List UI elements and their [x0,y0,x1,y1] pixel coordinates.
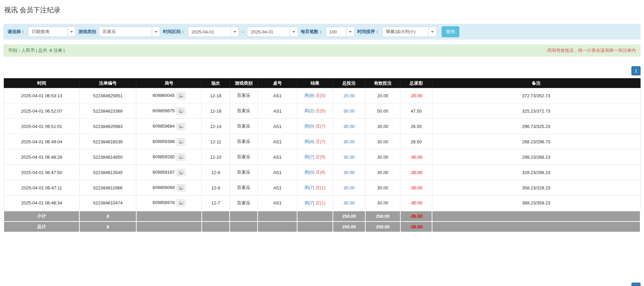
time-sort-value: 降冪(由大到小) [383,29,428,35]
header-bet-id: 注单编号 [79,78,136,88]
bet-id: 522384613545 [79,165,136,180]
video-replay-icon [179,186,183,190]
subtotal-total-bet: 250.00 [333,211,365,221]
total-bet-cell: 30.00 [333,196,365,211]
game-type: 百家乐 [230,196,258,211]
video-replay-button[interactable] [177,108,185,115]
game-type-label: 游戏类别 [78,29,96,35]
valid-bet: 50.00 [365,103,400,119]
header-note: 备注 [432,78,640,88]
chevron-down-icon[interactable] [290,27,298,37]
page-button-1[interactable]: 1 [631,66,641,75]
payout: -30.00 [400,196,432,211]
query-type-select[interactable]: 日期查询 [28,27,76,37]
search-button[interactable]: 查询 [442,26,459,37]
result-player: 闲(7) [305,185,315,190]
video-replay-icon [179,109,183,113]
video-replay-icon [179,201,183,205]
video-replay-button[interactable] [177,154,185,161]
round-id: 609859684 [153,123,175,128]
subtotal-label: 小计 [4,211,79,221]
total-bet-link[interactable]: 30.00 [343,139,355,144]
total-bet-link[interactable]: 30.00 [343,200,355,205]
video-replay-button[interactable] [177,123,185,130]
header-session: 场次 [202,78,230,88]
header-payout: 总派彩 [400,78,432,88]
page-size-select[interactable]: 100 [326,27,355,37]
table-number: AS1 [258,119,297,134]
valid-bet: 20.00 [365,88,400,103]
chevron-down-icon[interactable] [428,27,436,37]
valid-bet: 30.00 [365,149,400,165]
total-bet-link[interactable]: 30.00 [343,155,355,160]
total-bet-link[interactable]: 30.00 [343,170,355,175]
total-bet-cell: 30.00 [333,134,365,149]
total-bet-link[interactable]: 30.00 [343,124,355,129]
pagination-top: 1 [3,66,641,75]
result-banker: 庄(5) [316,108,325,113]
date-from-select[interactable]: 2025-04-01 [188,27,239,37]
note: 328.23/298.23 [432,165,640,180]
video-replay-button[interactable] [177,138,185,145]
total-bet-link[interactable]: 20.00 [343,93,355,98]
time-sort-select[interactable]: 降冪(由大到小) [382,27,437,37]
bet-time: 2025-04-01 06:52:07 [4,103,79,119]
header-total-bet: 总投注 [333,78,365,88]
round-id: 609859069 [153,185,175,190]
table-row: 2025-04-01 06:49:04522384616539609859386… [4,134,640,149]
bet-id: 522384616539 [79,134,136,149]
total-bet-link[interactable]: 30.00 [343,185,355,190]
session: 12-16 [202,103,230,119]
payout: -30.00 [400,165,432,180]
query-type-label: 请选择： [7,29,25,35]
table-row: 2025-04-01 06:48:26522384614850609859280… [4,149,640,165]
note: 358.23/328.23 [432,180,640,196]
valid-bet: 30.00 [365,180,400,196]
session: 12-7 [202,196,230,211]
session: 12-14 [202,119,230,134]
round-id-cell: 609859280 [136,149,202,165]
bet-time: 2025-04-01 06:53:13 [4,88,79,103]
date-from-value: 2025-04-01 [188,29,230,34]
round-id: 609860045 [153,92,175,98]
table-header-row: 时间 注单编号 局号 场次 游戏类别 桌号 结果 总投注 有效投注 总派彩 备注 [4,78,640,88]
total-bet-cell: 30.00 [333,149,365,165]
video-replay-button[interactable] [177,169,185,176]
video-replay-button[interactable] [177,184,185,191]
round-id-cell: 609860045 [136,88,202,103]
valid-bet: 30.00 [365,134,400,149]
query-type-value: 日期查询 [28,29,67,35]
chevron-down-icon[interactable] [152,27,160,37]
payout: -30.00 [400,149,432,165]
bet-id: 522384623369 [79,103,136,119]
session: 12-11 [202,134,230,149]
payout: -30.00 [400,180,432,196]
result-cell: 闲(7) 庄(1) [297,180,333,196]
table-row: 2025-04-01 06:51:01522384620983609859684… [4,119,640,134]
game-type: 百家乐 [230,103,258,119]
note: 388.23/358.23 [432,196,640,211]
result-banker: 庄(1) [316,200,325,205]
total-bet-cell: 30.00 [333,165,365,180]
chevron-down-icon[interactable] [346,27,354,37]
header-result: 结果 [297,78,333,88]
bet-records-table: 时间 注单编号 局号 场次 游戏类别 桌号 结果 总投注 有效投注 总派彩 备注… [3,78,641,232]
game-type-select[interactable]: 百家乐 [99,27,160,37]
subtotal-valid-bet: 250.00 [365,211,400,221]
video-replay-button[interactable] [177,92,185,99]
page-size-label: 每页笔数： [301,29,323,35]
total-row: 总计 8 250.00 250.00 -35.50 [4,221,640,232]
result-banker: 庄(1) [316,185,325,190]
video-replay-button[interactable] [177,199,185,206]
session: 12-10 [202,149,230,165]
result-banker: 庄(7) [316,139,325,144]
page-size-value: 100 [326,29,346,34]
total-bet-link[interactable]: 50.00 [343,109,355,114]
page-button-1-bottom[interactable]: 1 [631,283,641,286]
date-to-select[interactable]: 2025-04-01 [247,27,298,37]
chevron-down-icon[interactable] [230,27,239,37]
payout: 28.50 [400,134,432,149]
page-title: 视讯 会员下注纪录 [3,4,641,20]
session: 12-9 [202,165,230,180]
chevron-down-icon[interactable] [67,27,75,37]
